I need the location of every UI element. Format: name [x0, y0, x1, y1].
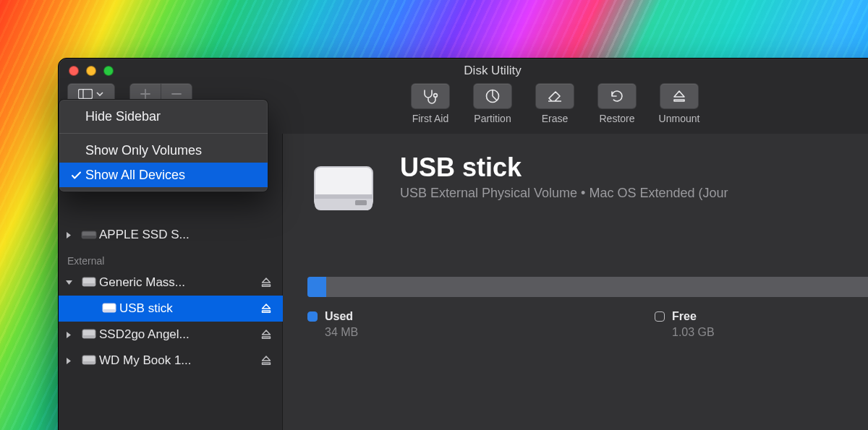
svg-rect-11: [82, 335, 95, 338]
toolbar-tools: First Aid Partition Erase Restore: [404, 83, 705, 124]
svg-rect-5: [82, 236, 96, 238]
sidebar-item-ssd2go[interactable]: SSD2go Angel...: [59, 322, 283, 348]
external-disk-icon: [99, 302, 119, 315]
volume-title-block: USB stick USB External Physical Volume •…: [400, 154, 728, 201]
disk-utility-window: Disk Utility First Aid: [58, 58, 868, 430]
legend-free: Free 1.03 GB: [655, 310, 715, 339]
tool-label: Restore: [599, 113, 634, 124]
zoom-window-button[interactable]: [103, 66, 114, 76]
legend-label: Free: [672, 310, 697, 323]
svg-rect-17: [355, 200, 367, 205]
usage-legend: Used 34 MB Free 1.03 GB: [307, 310, 868, 339]
stethoscope-icon: [422, 88, 439, 104]
window-title: Disk Utility: [59, 64, 868, 78]
tool-label: First Aid: [412, 113, 449, 124]
menu-item-all-devices[interactable]: Show All Devices: [59, 163, 268, 187]
eject-icon: [672, 89, 686, 103]
svg-rect-16: [315, 194, 373, 199]
main-pane: USB stick USB External Physical Volume •…: [283, 134, 868, 430]
tool-unmount[interactable]: Unmount: [653, 83, 705, 124]
minus-icon: [171, 89, 182, 99]
sidebar-item-generic-mass[interactable]: Generic Mass...: [59, 270, 283, 296]
tool-restore[interactable]: Restore: [591, 83, 643, 124]
menu-item-label: Show Only Volumes: [85, 143, 202, 158]
tool-erase[interactable]: Erase: [529, 83, 581, 124]
usage-bar-used-segment: [307, 277, 326, 297]
checkmark-icon: [67, 170, 85, 181]
plus-icon: [140, 89, 150, 99]
eject-icon[interactable]: [257, 278, 276, 288]
legend-value: 1.03 GB: [672, 326, 715, 339]
menu-item-label: Hide Sidebar: [85, 109, 161, 124]
tool-first-aid[interactable]: First Aid: [404, 83, 456, 124]
menu-separator: [59, 133, 268, 134]
tool-label: Erase: [542, 113, 569, 124]
legend-swatch-used: [307, 311, 318, 322]
sidebar-section-external: External: [59, 248, 283, 270]
svg-rect-9: [103, 309, 116, 312]
tool-label: Partition: [474, 113, 511, 124]
sidebar-item-label: Generic Mass...: [99, 275, 257, 290]
chevron-down-icon: [94, 90, 106, 98]
erase-icon: [546, 89, 563, 103]
menu-item-label: Show All Devices: [85, 168, 185, 183]
eject-icon[interactable]: [257, 330, 276, 340]
svg-rect-7: [82, 283, 95, 286]
tool-label: Unmount: [659, 113, 700, 124]
sidebar-icon: [77, 89, 94, 99]
pie-icon: [485, 88, 501, 104]
volume-name: USB stick: [400, 154, 728, 181]
internal-disk-icon: [79, 229, 99, 241]
sidebar-item-label: SSD2go Angel...: [99, 327, 257, 342]
volume-header: USB stick USB External Physical Volume •…: [307, 154, 868, 226]
tool-partition[interactable]: Partition: [467, 83, 519, 124]
svg-point-2: [434, 94, 438, 98]
external-disk-icon: [79, 276, 99, 289]
sidebar-item-wd-my-book[interactable]: WD My Book 1...: [59, 348, 283, 374]
disclosure-right-icon: [59, 357, 79, 365]
legend-swatch-free: [655, 311, 665, 322]
usage-bar: [307, 277, 868, 297]
menu-item-only-volumes[interactable]: Show Only Volumes: [59, 138, 268, 163]
window-controls: [59, 66, 114, 76]
legend-label: Used: [325, 310, 353, 323]
minimize-window-button[interactable]: [86, 66, 96, 76]
external-disk-icon: [79, 328, 99, 341]
sidebar-item-label: APPLE SSD S...: [99, 228, 276, 242]
svg-rect-0: [79, 90, 93, 99]
eject-icon[interactable]: [257, 356, 276, 366]
sidebar-item-label: USB stick: [119, 301, 257, 316]
close-window-button[interactable]: [69, 66, 79, 76]
disclosure-down-icon: [59, 280, 79, 286]
external-disk-icon: [79, 354, 99, 367]
sidebar-item-usb-stick[interactable]: USB stick: [59, 296, 283, 322]
sidebar-item-internal-ssd[interactable]: APPLE SSD S...: [59, 222, 283, 248]
restore-icon: [609, 88, 625, 104]
disclosure-right-icon: [59, 231, 79, 239]
legend-value: 34 MB: [325, 326, 655, 339]
legend-used: Used 34 MB: [307, 310, 655, 339]
eject-icon[interactable]: [257, 304, 276, 314]
svg-rect-13: [82, 361, 95, 364]
sidebar-item-label: WD My Book 1...: [99, 353, 257, 368]
titlebar: Disk Utility: [59, 59, 868, 83]
volume-subtitle: USB External Physical Volume • Mac OS Ex…: [400, 186, 728, 201]
volume-large-icon: [307, 154, 380, 226]
view-menu: Hide Sidebar Show Only Volumes Show All …: [59, 99, 268, 192]
menu-item-hide-sidebar[interactable]: Hide Sidebar: [59, 104, 268, 129]
disclosure-right-icon: [59, 331, 79, 339]
